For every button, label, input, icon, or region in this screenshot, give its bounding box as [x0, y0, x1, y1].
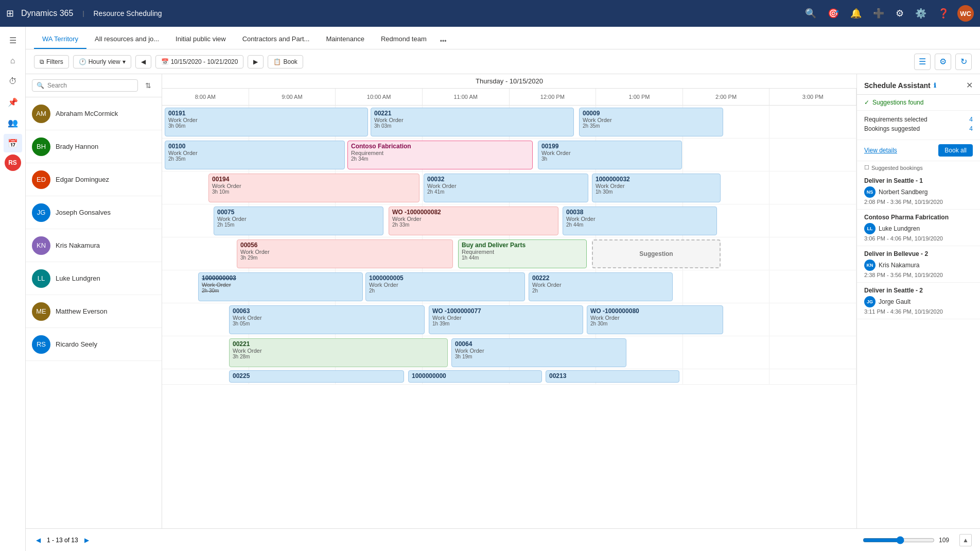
bottom-prev-button[interactable]: ◀ [34, 536, 43, 545]
tab-initial-public-view[interactable]: Initial public view [167, 30, 234, 49]
booking-block-00038[interactable]: 00038 Work Order 2h 44m [563, 206, 717, 235]
resource-item[interactable]: AM Abraham McCormick [26, 97, 162, 130]
list-view-button[interactable]: ☰ [914, 54, 931, 70]
sa-book-all-button[interactable]: Book all [938, 144, 973, 157]
booking-block-wo1000000080[interactable]: WO -1000000080 Work Order 2h 30m [587, 305, 723, 334]
sidebar-item-menu[interactable]: ☰ [4, 31, 22, 49]
sidebar-item-calendar[interactable]: 📅 [4, 134, 22, 152]
time-slot-8am: 8:00 AM [162, 89, 249, 105]
tab-wa-territory[interactable]: WA Territory [34, 30, 86, 49]
booking-block-00221-r1[interactable]: 00221 Work Order 3h 03m [371, 108, 574, 136]
booking-block-00064[interactable]: 00064 Work Order 3h 19m [451, 338, 626, 367]
sa-res-avatar-4: JG [864, 296, 876, 307]
resource-item[interactable]: JG Joseph Gonsalves [26, 196, 162, 229]
plus-icon[interactable]: ➕ [873, 8, 884, 19]
settings-button[interactable]: ⚙ [935, 54, 951, 70]
tab-all-resources[interactable]: All resources and jo... [86, 30, 167, 49]
search-magnifier-icon: 🔍 [37, 82, 44, 89]
sa-booking-card-1: Deliver in Seattle - 1 NS Norbert Sandbe… [857, 173, 980, 210]
filter-icon[interactable]: ⚙ [896, 8, 904, 19]
prev-date-button[interactable]: ◀ [135, 55, 151, 68]
sa-booking-time-1: 2:08 PM - 3:36 PM, 10/19/2020 [864, 199, 973, 205]
tab-contractors[interactable]: Contractors and Part... [234, 30, 318, 49]
sa-booking-resource-3: KN Kris Nakamura [864, 260, 973, 271]
booking-block-1000000005[interactable]: 1000000005 Work Order 2h [365, 272, 525, 301]
sa-close-button[interactable]: ✕ [966, 80, 973, 90]
grid-row-r3: 00194 Work Order 3h 10m 00032 Work Order… [162, 171, 856, 204]
resource-item[interactable]: RS Ricardo Seely [26, 328, 162, 361]
sa-header: Schedule Assistant ℹ ✕ [857, 74, 980, 95]
search-icon[interactable]: 🔍 [805, 8, 816, 19]
booking-block-suggestion[interactable]: Suggestion [592, 239, 721, 268]
next-date-button[interactable]: ▶ [248, 55, 264, 68]
booking-block-1000000000[interactable]: 1000000000 [408, 370, 542, 383]
search-input-box[interactable]: 🔍 [32, 79, 138, 92]
help-icon[interactable]: ❓ [938, 8, 949, 19]
sidebar-item-recent[interactable]: ⏱ [4, 72, 22, 91]
tabs-bar: WA Territory All resources and jo... Ini… [26, 27, 980, 49]
view-selector-button[interactable]: 🕐 Hourly view ▾ [73, 55, 131, 68]
book-button[interactable]: 📋 Book [268, 55, 303, 68]
tab-redmond-team[interactable]: Redmond team [373, 30, 435, 49]
sidebar-item-people[interactable]: 👥 [4, 113, 22, 132]
collapse-button[interactable]: ▲ [959, 534, 972, 546]
sort-button[interactable]: ⇅ [141, 78, 155, 93]
bell-icon[interactable]: 🔔 [850, 8, 862, 19]
booking-block-00194[interactable]: 00194 Work Order 3h 10m [208, 174, 419, 202]
grid-cell [769, 303, 856, 336]
booking-block-1000000003[interactable]: 1000000003 Work Order 2h 30m [198, 272, 363, 301]
grid-cell [769, 270, 856, 303]
sidebar-item-home[interactable]: ⌂ [4, 51, 22, 70]
booking-block-00100[interactable]: 00100 Work Order 2h 35m [165, 141, 345, 169]
zoom-slider[interactable] [863, 536, 935, 544]
booking-block-00009[interactable]: 00009 Work Order 2h 35m [579, 108, 723, 136]
sidebar-item-pinned[interactable]: 📌 [4, 93, 22, 111]
booking-block-wo1000000077[interactable]: WO -1000000077 Work Order 1h 39m [429, 305, 583, 334]
booking-block-00199[interactable]: 00199 Work Order 3h [538, 141, 682, 169]
resource-item[interactable]: ED Edgar Dominguez [26, 163, 162, 196]
settings-icon[interactable]: ⚙️ [915, 8, 926, 19]
date-range-button[interactable]: 📅 10/15/2020 - 10/21/2020 [155, 55, 244, 68]
booking-block-1000000032[interactable]: 1000000032 Work Order 1h 30m [592, 174, 721, 202]
booking-block-00063[interactable]: 00063 Work Order 3h 05m [229, 305, 425, 334]
time-slot-3pm: 3:00 PM [769, 89, 856, 105]
booking-block-00225[interactable]: 00225 [229, 370, 404, 383]
grid-cell [683, 139, 770, 171]
booking-block-00032[interactable]: 00032 Work Order 2h 41m [424, 174, 588, 202]
waffle-icon[interactable]: ⊞ [6, 8, 14, 19]
sa-checkbox-icon[interactable]: ☐ [864, 164, 869, 171]
schedule-body: 🔍 ⇅ AM Abraham McCormick BH Brady Hannon… [26, 74, 980, 551]
filters-button[interactable]: ⧉ Filters [34, 55, 69, 68]
grid-row-r6: 1000000003 Work Order 2h 30m 1000000005 … [162, 270, 856, 303]
resource-name: Luke Lundgren [56, 274, 100, 282]
booking-block-contoso[interactable]: Contoso Fabrication Requirement 2h 34m [347, 141, 533, 169]
target-icon[interactable]: 🎯 [828, 8, 839, 19]
booking-block-00222[interactable]: 00222 Work Order 2h [529, 272, 673, 301]
sa-view-details-link[interactable]: View details [864, 147, 897, 154]
sa-res-name-1: Norbert Sandberg [879, 188, 927, 196]
zoom-value: 109 [939, 537, 955, 544]
sa-book-label: Bookings suggested [864, 125, 920, 132]
search-input[interactable] [47, 82, 133, 89]
resource-item[interactable]: BH Brady Hannon [26, 130, 162, 163]
tab-maintenance[interactable]: Maintenance [318, 30, 372, 49]
booking-block-00191[interactable]: 00191 Work Order 3h 06m [165, 108, 368, 136]
bottom-next-button[interactable]: ▶ [82, 536, 91, 545]
booking-block-00056[interactable]: 00056 Work Order 3h 29m [237, 239, 453, 268]
booking-block-wo1000000082[interactable]: WO -1000000082 Work Order 2h 33m [389, 206, 558, 235]
sa-info-icon[interactable]: ℹ [934, 82, 936, 89]
booking-block-buy-deliver[interactable]: Buy and Deliver Parts Requirement 1h 44m [458, 239, 587, 268]
sa-book-value: 4 [969, 125, 973, 132]
user-avatar[interactable]: WC [957, 5, 974, 22]
resource-item[interactable]: ME Matthew Everson [26, 295, 162, 328]
booking-block-00213[interactable]: 00213 [546, 370, 679, 383]
booking-block-00221-r8[interactable]: 00221 Work Order 3h 28m [229, 338, 448, 367]
schedule-assistant-panel: Schedule Assistant ℹ ✕ ✓ Suggestions fou… [856, 74, 980, 551]
resource-item[interactable]: LL Luke Lundgren [26, 262, 162, 295]
refresh-button[interactable]: ↻ [955, 54, 972, 70]
user-initials-avatar[interactable]: RS [5, 154, 21, 171]
booking-block-00075[interactable]: 00075 Work Order 2h 15m [214, 206, 383, 235]
resource-item[interactable]: KN Kris Nakamura [26, 229, 162, 262]
book-label: Book [283, 58, 297, 65]
tab-more[interactable]: ••• [435, 33, 452, 49]
